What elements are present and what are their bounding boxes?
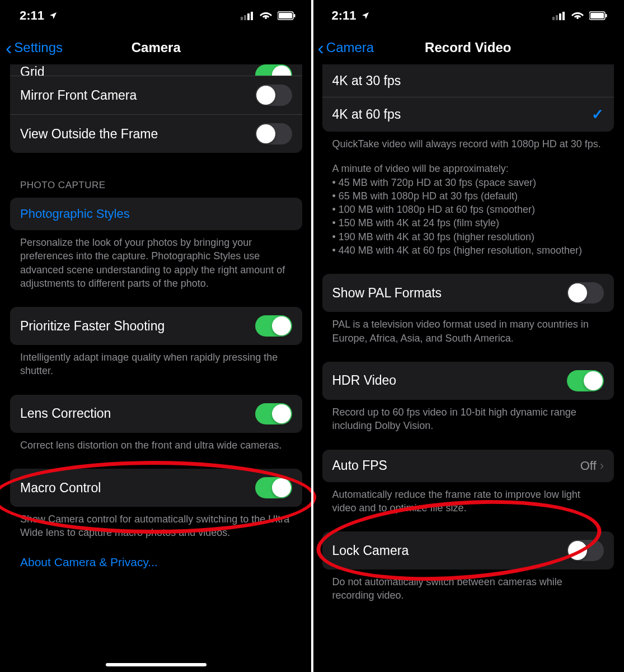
svg-rect-9 — [559, 13, 561, 20]
composition-group: Grid Mirror Front Camera View Outside th… — [10, 64, 302, 153]
back-button[interactable]: ‹ Settings — [6, 38, 63, 57]
lens-footnote: Correct lens distortion on the front and… — [10, 433, 302, 452]
macro-footnote: Show Camera control for automatically sw… — [10, 507, 302, 540]
lens-toggle[interactable] — [255, 403, 292, 424]
mirror-label: Mirror Front Camera — [20, 88, 137, 103]
status-bar: 2:11 — [312, 0, 625, 31]
grid-toggle[interactable] — [255, 64, 292, 76]
autofps-footnote: Automatically reduce the frame rate to i… — [322, 482, 614, 515]
grid-label: Grid — [20, 64, 44, 76]
styles-group: Photographic Styles — [10, 198, 302, 230]
wifi-icon — [571, 11, 584, 20]
cellular-icon — [552, 11, 566, 20]
photographic-styles-row[interactable]: Photographic Styles — [10, 198, 302, 230]
clock: 2:11 — [20, 8, 44, 23]
cellular-icon — [241, 11, 254, 20]
status-bar: 2:11 — [0, 0, 312, 31]
lock-toggle[interactable] — [567, 540, 604, 561]
prioritize-footnote: Intelligently adapt image quality when r… — [10, 345, 302, 378]
svg-rect-13 — [606, 14, 607, 17]
prioritize-group: Prioritize Faster Shooting — [10, 307, 302, 345]
svg-rect-10 — [562, 12, 565, 20]
location-icon — [361, 11, 370, 20]
res-4k30-label: 4K at 30 fps — [332, 73, 401, 88]
svg-rect-12 — [590, 13, 604, 18]
about-link[interactable]: About Camera & Privacy... — [10, 540, 168, 569]
back-label: Settings — [14, 40, 63, 55]
mirror-row[interactable]: Mirror Front Camera — [10, 76, 302, 114]
lock-row[interactable]: Lock Camera — [322, 531, 614, 570]
pal-footnote: PAL is a television video format used in… — [322, 312, 614, 345]
right-screen: 2:11 ‹ Camera Record Video 4K at — [312, 0, 625, 672]
nav-bar: ‹ Settings Camera — [0, 31, 312, 64]
lens-group: Lens Correction — [10, 395, 302, 433]
quicktake-footnote: QuickTake video will always record with … — [322, 132, 614, 151]
view-outside-label: View Outside the Frame — [20, 127, 158, 142]
back-label: Camera — [326, 40, 374, 55]
lens-row[interactable]: Lens Correction — [10, 395, 302, 433]
svg-rect-0 — [241, 17, 243, 20]
prioritize-toggle[interactable] — [255, 315, 292, 337]
hdr-row[interactable]: HDR Video — [322, 362, 614, 400]
wifi-icon — [260, 11, 272, 20]
clock: 2:11 — [332, 8, 356, 23]
nav-bar: ‹ Camera Record Video — [312, 31, 625, 64]
autofps-value: Off — [580, 459, 597, 473]
autofps-row[interactable]: Auto FPS Off › — [322, 450, 614, 482]
macro-toggle[interactable] — [255, 477, 292, 498]
prioritize-label: Prioritize Faster Shooting — [20, 319, 165, 334]
svg-rect-2 — [247, 13, 250, 20]
res-4k60-label: 4K at 60 fps — [332, 107, 401, 122]
screenshot-divider — [311, 0, 313, 672]
svg-rect-7 — [552, 17, 555, 20]
back-button[interactable]: ‹ Camera — [318, 38, 374, 57]
svg-rect-3 — [251, 12, 253, 20]
macro-label: Macro Control — [20, 480, 101, 496]
grid-row[interactable]: Grid — [10, 64, 302, 76]
check-icon: ✓ — [592, 106, 604, 123]
res-4k30-row[interactable]: 4K at 30 fps — [322, 64, 614, 97]
lock-group: Lock Camera — [322, 531, 614, 570]
macro-row[interactable]: Macro Control — [10, 469, 302, 507]
view-outside-toggle[interactable] — [255, 123, 292, 144]
autofps-group: Auto FPS Off › — [322, 450, 614, 482]
chevron-left-icon: ‹ — [318, 38, 324, 57]
chevron-right-icon: › — [600, 459, 604, 473]
mirror-toggle[interactable] — [255, 85, 292, 106]
view-outside-row[interactable]: View Outside the Frame — [10, 114, 302, 153]
pal-toggle[interactable] — [567, 282, 604, 304]
svg-rect-6 — [294, 14, 295, 17]
svg-rect-5 — [279, 13, 292, 18]
photo-capture-header: PHOTO CAPTURE — [10, 180, 302, 191]
photographic-styles-label: Photographic Styles — [20, 207, 130, 221]
hdr-group: HDR Video — [322, 362, 614, 400]
left-screen: 2:11 ‹ Settings Camera Grid — [0, 0, 312, 672]
pal-label: Show PAL Formats — [332, 286, 442, 301]
chevron-left-icon: ‹ — [6, 38, 12, 57]
nav-title: Record Video — [425, 40, 511, 55]
res-4k60-row[interactable]: 4K at 60 fps ✓ — [322, 97, 614, 132]
autofps-label: Auto FPS — [332, 458, 387, 473]
nav-title: Camera — [132, 40, 181, 55]
battery-icon — [589, 11, 607, 20]
styles-footnote: Personalize the look of your photos by b… — [10, 230, 302, 290]
resolution-group: 4K at 30 fps 4K at 60 fps ✓ — [322, 64, 614, 132]
hdr-toggle[interactable] — [567, 370, 604, 391]
lock-label: Lock Camera — [332, 543, 409, 558]
hdr-label: HDR Video — [332, 373, 397, 388]
location-icon — [49, 11, 58, 20]
macro-group: Macro Control — [10, 469, 302, 507]
home-indicator[interactable] — [106, 663, 207, 666]
svg-rect-8 — [556, 15, 558, 20]
pal-group: Show PAL Formats — [322, 274, 614, 312]
prioritize-row[interactable]: Prioritize Faster Shooting — [10, 307, 302, 345]
sizes-footnote: A minute of video will be approximately:… — [322, 151, 614, 257]
hdr-footnote: Record up to 60 fps video in 10-bit high… — [322, 400, 614, 433]
lens-label: Lens Correction — [20, 406, 111, 421]
battery-icon — [278, 11, 295, 20]
pal-row[interactable]: Show PAL Formats — [322, 274, 614, 312]
lock-footnote: Do not automatically switch between came… — [322, 570, 614, 603]
svg-rect-1 — [244, 15, 246, 20]
